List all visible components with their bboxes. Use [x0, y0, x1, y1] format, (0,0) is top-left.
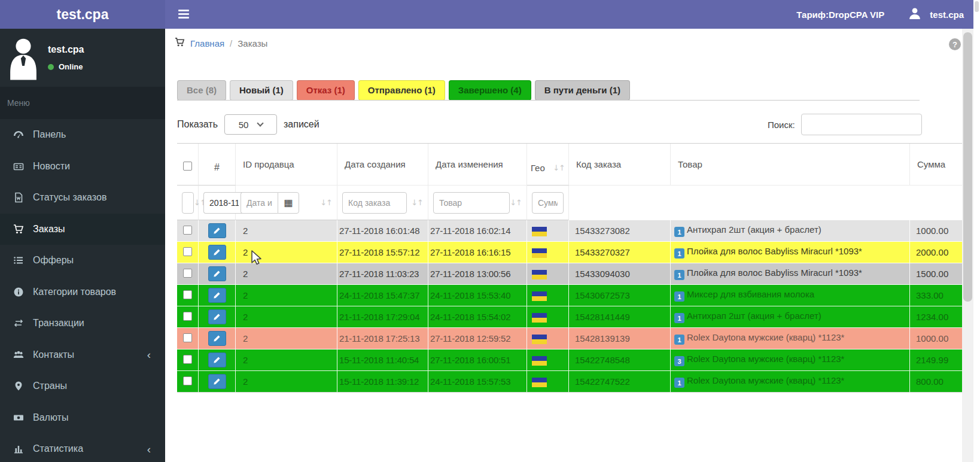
search-input[interactable] — [801, 114, 922, 135]
sidebar-item-product-categories[interactable]: Категории товаров — [0, 276, 165, 308]
sidebar-item-contacts[interactable]: Контакты ‹ — [0, 339, 165, 371]
sort-icon[interactable]: ↓↑ — [553, 163, 565, 172]
avatar — [8, 36, 38, 83]
online-status-icon — [48, 64, 54, 70]
sidebar-item-statistics[interactable]: Статистика ‹ — [0, 433, 165, 462]
product-name: Rolex Daytona мужские (кварц) *1123* — [687, 375, 844, 385]
chevron-left-icon: ‹ — [147, 443, 165, 455]
orders-table-container: # ID продавца Дата создания Дата изменен… — [177, 143, 962, 393]
filter-sum-input[interactable] — [532, 192, 564, 214]
edit-button[interactable] — [208, 352, 226, 367]
row-checkbox[interactable] — [183, 355, 192, 364]
tab-refused[interactable]: Отказ (1) — [297, 80, 355, 101]
search-control: Поиск: — [768, 114, 922, 135]
filter-modified-date-input[interactable] — [241, 192, 278, 214]
product-name: Rolex Daytona мужские (кварц) *1123* — [687, 332, 844, 342]
column-header-number[interactable]: # — [214, 162, 220, 172]
sort-icon[interactable]: ↓↑ — [320, 198, 332, 207]
sidebar-item-currencies[interactable]: Валюты — [0, 402, 165, 434]
sidebar-item-offers[interactable]: Офферы — [0, 245, 165, 276]
tabs-divider — [177, 100, 920, 101]
column-header-geo[interactable]: Гео — [531, 163, 545, 173]
row-checkbox[interactable] — [183, 312, 192, 321]
row-checkbox[interactable] — [183, 290, 192, 299]
row-checkbox[interactable] — [183, 269, 192, 278]
row-checkbox[interactable] — [183, 376, 192, 385]
marker-icon — [13, 381, 24, 391]
filter-seller-id-input[interactable] — [182, 192, 194, 214]
table-row: 2 15-11-2018 11:40:54 27-11-2018 16:00:5… — [177, 349, 962, 371]
sidebar-item-order-statuses[interactable]: Статусы заказов — [0, 182, 165, 214]
browser-scrollbar-thumb[interactable] — [975, 1, 979, 12]
table-row: 2 21-11-2018 17:25:13 27-11-2018 12:59:5… — [177, 328, 962, 349]
row-checkbox[interactable] — [183, 226, 192, 235]
column-header-seller-id[interactable]: ID продавца — [236, 144, 337, 186]
row-checkbox[interactable] — [183, 247, 192, 256]
row-checkbox[interactable] — [183, 333, 192, 342]
sort-icon[interactable]: ↓↑ — [411, 198, 423, 207]
scrollbar-thumb[interactable] — [963, 32, 972, 302]
sidebar-item-transactions[interactable]: Транзакции — [0, 308, 165, 339]
brand-logo[interactable]: test.cpa — [0, 0, 165, 29]
filter-created-date-input[interactable] — [203, 192, 244, 214]
filter-order-code-input[interactable] — [342, 192, 407, 214]
sort-icon[interactable]: ↓↑ — [510, 198, 522, 207]
table-row: 2 27-11-2018 15:57:12 27-11-2018 16:16:1… — [177, 242, 962, 263]
chevron-left-icon: ‹ — [147, 349, 165, 360]
sidebar-toggle-icon[interactable] — [178, 10, 189, 20]
page-size-select[interactable]: 50 — [224, 114, 277, 135]
calendar-icon[interactable]: ▦ — [278, 192, 299, 214]
edit-button[interactable] — [208, 223, 226, 238]
sidebar-item-countries[interactable]: Страны — [0, 370, 165, 402]
edit-button[interactable] — [208, 309, 226, 324]
tab-money-in-transit[interactable]: В пути деньги (1) — [535, 80, 630, 101]
ukraine-flag-icon — [532, 313, 547, 323]
orders-table: # ID продавца Дата создания Дата изменен… — [177, 143, 962, 393]
breadcrumb-home-link[interactable]: Главная — [190, 38, 224, 48]
tab-all[interactable]: Все (8) — [177, 80, 226, 101]
help-icon[interactable]: ? — [949, 38, 961, 50]
column-header-modified[interactable]: Дата изменения — [428, 144, 527, 186]
ukraine-flag-icon — [532, 335, 547, 344]
breadcrumb: Главная / Заказы — [175, 37, 267, 49]
select-all-checkbox[interactable] — [183, 162, 192, 171]
exchange-icon — [13, 318, 24, 329]
qty-badge: 1 — [674, 313, 684, 323]
table-row: 2 27-11-2018 11:03:23 27-11-2018 13:00:5… — [177, 263, 962, 285]
tab-new[interactable]: Новый (1) — [230, 80, 293, 101]
column-header-order-code[interactable]: Код заказа — [569, 144, 671, 186]
tariff-label: Тариф:DropCPA VIP — [796, 10, 884, 20]
status-filter-tabs: Все (8) Новый (1) Отказ (1) Отправлено (… — [177, 80, 630, 101]
product-name: Плойка для волос Babyliss Miracurl *1093… — [687, 268, 862, 278]
scrollbar-track[interactable] — [962, 29, 973, 462]
top-navbar: Тариф:DropCPA VIP test.cpa — [165, 0, 973, 29]
ukraine-flag-icon — [532, 248, 547, 258]
column-header-product[interactable]: Товар — [671, 144, 910, 186]
edit-button[interactable] — [208, 331, 226, 346]
edit-button[interactable] — [208, 374, 226, 389]
file-icon — [13, 192, 24, 203]
product-name: Rolex Daytona мужские (кварц) *1123* — [687, 354, 844, 364]
username-menu[interactable]: test.cpa — [930, 10, 964, 20]
window-gutter — [973, 0, 980, 462]
filter-product-input[interactable] — [433, 192, 510, 214]
users-icon — [13, 349, 24, 360]
sidebar-item-news[interactable]: Новости — [0, 151, 165, 183]
cart-icon — [175, 37, 185, 49]
sidebar-item-orders[interactable]: Заказы — [0, 214, 165, 245]
tab-sent[interactable]: Отправлено (1) — [358, 80, 445, 101]
column-header-created[interactable]: Дата создания — [337, 144, 428, 186]
profile-status: Online — [59, 62, 83, 71]
table-row: 2 27-11-2018 16:01:48 27-11-2018 16:02:1… — [177, 220, 962, 242]
search-label: Поиск: — [768, 120, 795, 130]
sidebar-item-dashboard[interactable]: Панель — [0, 119, 165, 151]
list-icon — [13, 255, 24, 266]
tab-completed[interactable]: Завершено (4) — [449, 80, 531, 101]
column-header-sum[interactable]: Сумма — [910, 144, 962, 186]
ukraine-flag-icon — [532, 356, 547, 366]
profile-name: test.cpa — [48, 44, 84, 55]
edit-button[interactable] — [208, 288, 226, 303]
sidebar: test.cpa Online Меню Панель Новости Стат… — [0, 29, 165, 462]
edit-button[interactable] — [208, 266, 226, 281]
edit-button[interactable] — [208, 245, 226, 260]
